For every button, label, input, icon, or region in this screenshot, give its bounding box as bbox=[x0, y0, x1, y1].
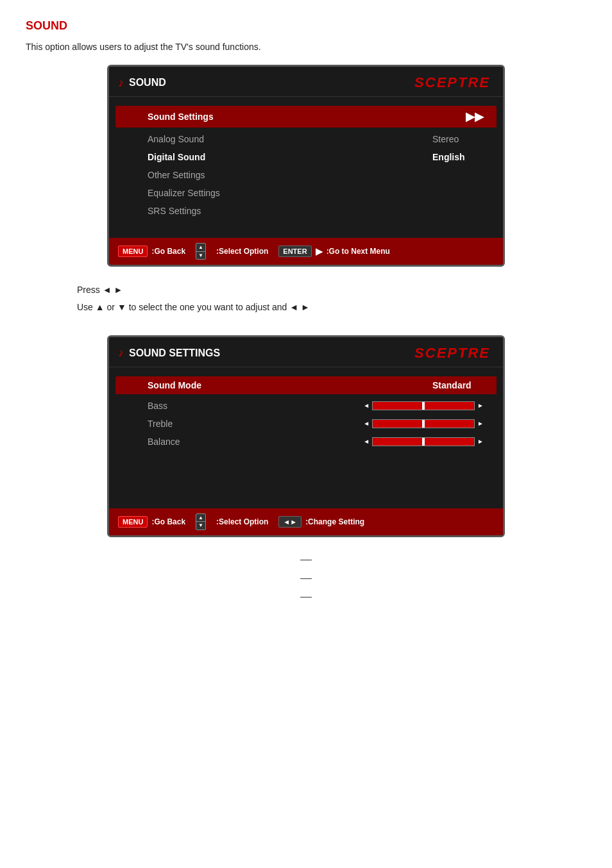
next-menu-label: :Go to Next Menu bbox=[327, 247, 390, 256]
go-back-label-1: :Go Back bbox=[151, 247, 185, 256]
separator-3: — bbox=[26, 590, 586, 603]
bass-right-arrow[interactable]: ► bbox=[477, 402, 484, 409]
sceptre-logo-1: SCEPTRE bbox=[414, 74, 490, 91]
bass-bar bbox=[372, 401, 475, 410]
bass-label: Bass bbox=[148, 401, 363, 411]
balance-bar bbox=[372, 437, 475, 446]
enter-arrow-icon: ▶ bbox=[316, 246, 323, 256]
left-arrow-1: ◄ bbox=[103, 285, 114, 295]
separator-1: — bbox=[26, 553, 586, 566]
menu-item-analog-sound[interactable]: Analog Sound Stereo bbox=[109, 130, 503, 148]
balance-label: Balance bbox=[148, 437, 363, 447]
bass-left-arrow[interactable]: ◄ bbox=[363, 402, 370, 409]
down-arrow-btn-1[interactable]: ▼ bbox=[196, 252, 205, 260]
page-title: SOUND bbox=[26, 19, 586, 33]
or-text: or bbox=[107, 302, 115, 312]
bass-center-mark bbox=[422, 402, 425, 410]
footer-menu-segment-2: MENU :Go Back bbox=[118, 516, 185, 528]
right-arrow-2: ► bbox=[301, 302, 310, 312]
menu-item-treble[interactable]: Treble ◄ ► bbox=[109, 415, 503, 433]
analog-sound-value: Stereo bbox=[432, 134, 484, 144]
left-arrow-2: ◄ bbox=[289, 302, 301, 312]
balance-left-arrow[interactable]: ◄ bbox=[363, 438, 370, 445]
press-line: Press ◄ ► bbox=[77, 282, 586, 298]
go-back-label-2: :Go Back bbox=[151, 517, 185, 526]
sound-settings-label: Sound Settings bbox=[148, 112, 466, 122]
treble-center-mark bbox=[422, 420, 425, 428]
treble-slider[interactable]: ◄ ► bbox=[363, 419, 484, 428]
menu-item-srs-settings[interactable]: SRS Settings bbox=[109, 202, 503, 220]
balance-slider[interactable]: ◄ ► bbox=[363, 437, 484, 446]
digital-sound-label: Digital Sound bbox=[148, 152, 432, 162]
down-arrow-btn-2[interactable]: ▼ bbox=[196, 522, 205, 530]
balance-right-arrow[interactable]: ► bbox=[477, 438, 484, 445]
treble-label: Treble bbox=[148, 419, 363, 429]
footer-select-segment: :Select Option bbox=[216, 247, 268, 256]
treble-left-arrow[interactable]: ◄ bbox=[363, 420, 370, 427]
panel1-footer: MENU :Go Back ▲ ▼ :Select Option ENTER ▶… bbox=[109, 238, 503, 265]
panel2-footer: MENU :Go Back ▲ ▼ :Select Option ◄► :Cha… bbox=[109, 508, 503, 535]
menu-item-other-settings[interactable]: Other Settings bbox=[109, 166, 503, 184]
up-arrow-btn-1[interactable]: ▲ bbox=[196, 244, 205, 252]
sound-mode-value: Standard bbox=[432, 380, 484, 390]
menu-item-sound-settings[interactable]: Sound Settings ▶▶ bbox=[115, 106, 497, 128]
sound-settings-arrow-icon: ♪ bbox=[118, 346, 124, 360]
use-line: Use ▲ or ▼ to select the one you want to… bbox=[77, 299, 586, 315]
panel2-title: SOUND SETTINGS bbox=[129, 347, 220, 359]
menu-item-digital-sound[interactable]: Digital Sound English bbox=[109, 148, 503, 166]
down-arrow-text: ▼ bbox=[117, 302, 129, 312]
footer-menu-segment: MENU :Go Back bbox=[118, 246, 185, 257]
menu-item-bass[interactable]: Bass ◄ ► bbox=[109, 397, 503, 415]
sound-mode-label: Sound Mode bbox=[148, 380, 432, 390]
treble-bar bbox=[372, 419, 475, 428]
change-setting-label: :Change Setting bbox=[305, 517, 364, 526]
panel1-body: Sound Settings ▶▶ Analog Sound Stereo Di… bbox=[109, 97, 503, 238]
select-option-label-1: :Select Option bbox=[216, 247, 268, 256]
rest-text: to select the one you want to adjust and bbox=[129, 302, 287, 312]
panel2-body: Sound Mode Standard Bass ◄ ► Treble ◄ ► bbox=[109, 367, 503, 508]
ff-icon: ▶▶ bbox=[466, 110, 484, 124]
use-label: Use bbox=[77, 302, 93, 312]
treble-right-arrow[interactable]: ► bbox=[477, 420, 484, 427]
digital-sound-value: English bbox=[432, 152, 484, 162]
menu-button-2[interactable]: MENU bbox=[118, 516, 148, 528]
separator-2: — bbox=[26, 571, 586, 585]
up-arrow-text: ▲ bbox=[96, 302, 107, 312]
footer-enter-segment: ENTER ▶ :Go to Next Menu bbox=[278, 246, 390, 257]
up-arrow-btn-2[interactable]: ▲ bbox=[196, 514, 205, 522]
select-option-label-2: :Select Option bbox=[216, 517, 268, 526]
panel2-header-left: ♪ SOUND SETTINGS bbox=[118, 346, 220, 360]
right-arrow-1: ► bbox=[114, 285, 123, 295]
menu-item-sound-mode[interactable]: Sound Mode Standard bbox=[115, 376, 497, 394]
menu-item-equalizer-settings[interactable]: Equalizer Settings bbox=[109, 184, 503, 202]
press-use-section: Press ◄ ► Use ▲ or ▼ to select the one y… bbox=[77, 282, 586, 315]
panel1-title: SOUND bbox=[129, 77, 166, 88]
balance-center-mark bbox=[422, 438, 425, 446]
panel1-header: ♪ SOUND SCEPTRE bbox=[109, 67, 503, 97]
menu-item-balance[interactable]: Balance ◄ ► bbox=[109, 433, 503, 451]
footer-select-segment-2: :Select Option bbox=[216, 517, 268, 526]
other-settings-label: Other Settings bbox=[148, 170, 432, 180]
menu-button-1[interactable]: MENU bbox=[118, 246, 148, 257]
bass-slider[interactable]: ◄ ► bbox=[363, 401, 484, 410]
lr-button[interactable]: ◄► bbox=[278, 516, 302, 528]
intro-text: This option allows users to adjust the T… bbox=[26, 42, 586, 52]
updown-button-1[interactable]: ▲ ▼ bbox=[196, 243, 206, 260]
sceptre-logo-2: SCEPTRE bbox=[414, 345, 490, 362]
panel1-header-left: ♪ SOUND bbox=[118, 76, 166, 90]
analog-sound-label: Analog Sound bbox=[148, 134, 432, 144]
equalizer-settings-label: Equalizer Settings bbox=[148, 188, 432, 198]
panel2-header: ♪ SOUND SETTINGS SCEPTRE bbox=[109, 337, 503, 367]
srs-settings-label: SRS Settings bbox=[148, 206, 432, 216]
sound-settings-panel: ♪ SOUND SETTINGS SCEPTRE Sound Mode Stan… bbox=[107, 335, 505, 537]
updown-button-2[interactable]: ▲ ▼ bbox=[196, 513, 206, 530]
footer-lr-segment: ◄► :Change Setting bbox=[278, 516, 364, 528]
press-label: Press bbox=[77, 285, 100, 295]
enter-button-1[interactable]: ENTER bbox=[278, 246, 311, 257]
sound-menu-panel: ♪ SOUND SCEPTRE Sound Settings ▶▶ Analog… bbox=[107, 65, 505, 267]
sound-arrow-icon: ♪ bbox=[118, 76, 124, 90]
